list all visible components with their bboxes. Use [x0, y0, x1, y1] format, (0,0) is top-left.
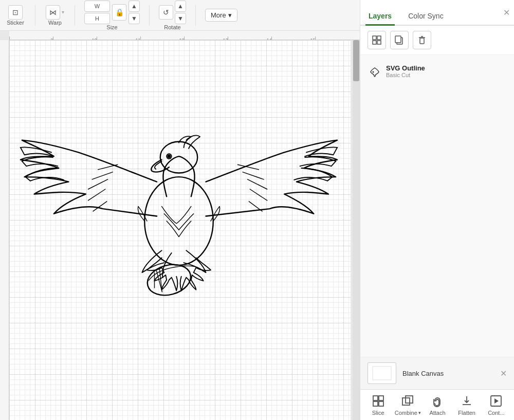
size-down[interactable]: ▼ [128, 13, 140, 24]
toolbar: ⊡ Sticker ⋈ ▾ Warp W H 🔒 ▲ ▼ Size ↺ [0, 0, 360, 31]
more-button[interactable]: More ▾ [205, 9, 237, 22]
more-label: More [211, 11, 226, 19]
close-panel-icon[interactable]: ✕ [503, 8, 510, 17]
layer-text: SVG Outline Basic Cut [386, 64, 425, 78]
rotate-group: ↺ ▲ ▼ Rotate [159, 1, 186, 30]
horizontal-ruler: 8 9 10 11 12 13 14 15 [9, 31, 360, 40]
combine-dropdown-arrow[interactable]: ▾ [418, 410, 421, 415]
delete-button[interactable] [413, 31, 431, 49]
tab-layers[interactable]: Layers [365, 8, 395, 26]
svg-rect-8 [377, 41, 381, 44]
scrollbar-thumb[interactable] [353, 40, 359, 81]
size-up[interactable]: ▲ [128, 1, 140, 12]
bottom-actions: Slice Combine ▾ Attach Flatten [360, 389, 514, 420]
attach-action[interactable]: Attach [425, 394, 450, 416]
svg-point-14 [373, 71, 374, 72]
svg-rect-6 [377, 36, 381, 40]
width-input[interactable]: W [84, 1, 110, 12]
rotate-up[interactable]: ▲ [175, 1, 186, 12]
svg-point-1 [160, 141, 197, 173]
svg-rect-7 [373, 41, 376, 44]
more-arrow: ▾ [228, 11, 232, 19]
eagle-image[interactable] [20, 81, 338, 297]
layer-icon [369, 65, 381, 78]
svg-rect-5 [373, 36, 376, 40]
blank-canvas-close-icon[interactable]: ✕ [500, 369, 507, 378]
ruler-tick: 14 [271, 36, 272, 40]
flatten-label: Flatten [458, 410, 475, 416]
size-label: Size [106, 24, 117, 30]
combine-label: Combine [395, 410, 417, 416]
svg-point-3 [168, 155, 171, 158]
blank-canvas-label: Blank Canvas [402, 370, 444, 377]
layer-sub: Basic Cut [386, 72, 425, 78]
slice-icon [371, 394, 386, 408]
rotate-icon[interactable]: ↺ [159, 5, 173, 20]
svg-rect-10 [395, 36, 401, 43]
contour-label: Cont... [488, 410, 504, 416]
attach-label: Attach [429, 410, 445, 416]
blank-canvas-section: Blank Canvas ✕ [360, 357, 514, 389]
vertical-scrollbar[interactable] [353, 40, 360, 420]
rotate-down[interactable]: ▼ [175, 13, 186, 24]
ruler-tick: 12 [184, 36, 185, 40]
svg-rect-21 [406, 396, 413, 403]
svg-rect-19 [379, 401, 383, 406]
contour-action[interactable]: Cont... [483, 394, 509, 416]
height-input[interactable]: H [84, 13, 110, 24]
blank-canvas-thumbnail [368, 362, 396, 384]
divider-3 [149, 5, 150, 26]
canvas-area: 8 9 10 11 12 13 14 15 [0, 31, 360, 420]
layer-item-svg-outline[interactable]: SVG Outline Basic Cut [365, 60, 509, 82]
svg-marker-24 [494, 398, 499, 404]
sticker-label: Sticker [7, 20, 24, 26]
right-panel: Layers Color Sync ✕ SVG Outline Basic C [360, 0, 514, 420]
combine-action[interactable]: Combine ▾ [395, 394, 421, 416]
ruler-tick: 10 [97, 36, 97, 40]
ruler-tick: 15 [315, 36, 316, 40]
duplicate-button[interactable] [390, 31, 409, 49]
svg-rect-11 [420, 38, 424, 44]
slice-action[interactable]: Slice [365, 394, 391, 416]
divider-1 [35, 5, 35, 26]
grid-canvas[interactable] [9, 40, 351, 420]
ruler-tick: 8 [9, 36, 10, 40]
slice-label: Slice [372, 410, 384, 416]
svg-rect-16 [373, 396, 378, 400]
warp-arrow: ▾ [62, 9, 64, 15]
rotate-label: Rotate [164, 24, 180, 30]
layers-list: SVG Outline Basic Cut [360, 55, 514, 357]
layer-name: SVG Outline [386, 64, 425, 72]
add-to-canvas-button[interactable] [368, 31, 386, 49]
svg-rect-15 [373, 367, 391, 380]
divider-4 [195, 5, 196, 26]
warp-group: ⋈ ▾ Warp [45, 5, 65, 26]
size-group: W H 🔒 ▲ ▼ Size [84, 1, 140, 30]
ruler-tick: 13 [228, 36, 228, 40]
svg-rect-17 [379, 396, 383, 400]
panel-tabs: Layers Color Sync ✕ [360, 0, 514, 26]
svg-rect-20 [402, 398, 410, 405]
layer-actions [360, 26, 514, 55]
ruler-tick: 11 [140, 36, 141, 40]
vertical-ruler [0, 40, 9, 420]
attach-icon [430, 394, 445, 408]
flatten-action[interactable]: Flatten [454, 394, 480, 416]
lock-icon[interactable]: 🔒 [112, 4, 126, 21]
divider-2 [75, 5, 75, 26]
sticker-icon[interactable]: ⊡ [8, 5, 23, 20]
tab-color-sync[interactable]: Color Sync [405, 8, 446, 26]
sticker-group: ⊡ Sticker [5, 5, 26, 26]
warp-icon[interactable]: ⋈ [46, 5, 60, 20]
flatten-icon [460, 394, 474, 408]
combine-icon [400, 394, 415, 408]
ruler-tick: 9 [53, 36, 53, 40]
contour-icon [489, 394, 503, 408]
warp-label: Warp [48, 20, 62, 26]
svg-rect-18 [373, 401, 378, 406]
